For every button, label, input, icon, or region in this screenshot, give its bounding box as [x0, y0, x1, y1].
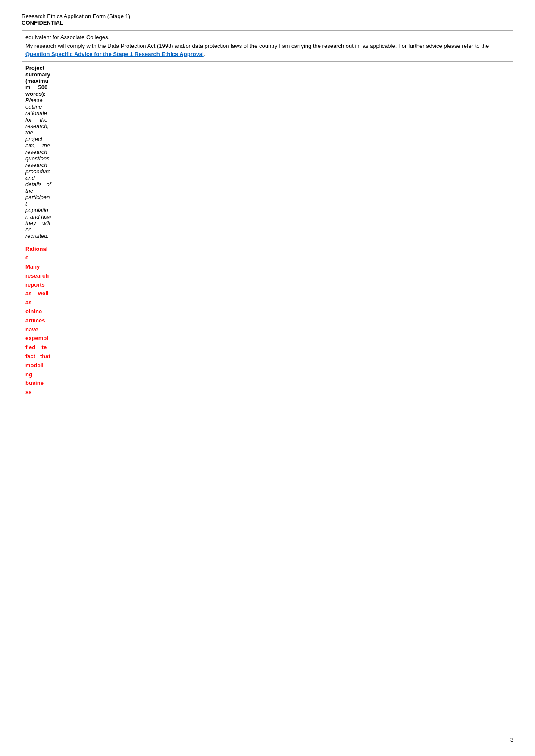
intro-line1: equivalent for Associate Colleges. [25, 33, 510, 42]
project-summary-row: Projectsummary(maximum 500words): Please… [22, 62, 513, 242]
header-confidential: CONFIDENTIAL [22, 19, 513, 26]
intro-period: . [204, 51, 206, 57]
intro-box: equivalent for Associate Colleges. My re… [22, 30, 513, 62]
rationale-label-cell: Rationale Manyresearchreportsas wellasol… [22, 242, 78, 400]
page: Research Ethics Application Form (Stage … [0, 0, 535, 756]
ethics-approval-link[interactable]: Question Specific Advice for the Stage 1… [25, 51, 204, 57]
page-number: 3 [510, 737, 513, 743]
intro-text-before-link: My research will comply with the Data Pr… [25, 43, 489, 49]
header-title: Research Ethics Application Form (Stage … [22, 13, 513, 19]
rationale-large-text: modelingbusiness [25, 362, 44, 395]
rationale-content-many: Manyresearchreportsas wellasolnineartlic… [25, 263, 50, 359]
rationale-row: Rationale Manyresearchreportsas wellasol… [22, 242, 513, 400]
main-table: Projectsummary(maximum 500words): Please… [22, 62, 513, 400]
rationale-label: Rationale Manyresearchreportsas wellasol… [25, 245, 74, 397]
header: Research Ethics Application Form (Stage … [22, 13, 513, 26]
project-summary-italic-label: Pleaseoutlinerationalefor theresearch,th… [25, 97, 74, 239]
intro-line2: My research will comply with the Data Pr… [25, 42, 510, 59]
project-summary-label-cell: Projectsummary(maximum 500words): Please… [22, 62, 78, 242]
rationale-content-cell [78, 242, 513, 400]
project-summary-content-cell [78, 62, 513, 242]
project-summary-bold-label: Projectsummary(maximum 500words): [25, 65, 74, 97]
